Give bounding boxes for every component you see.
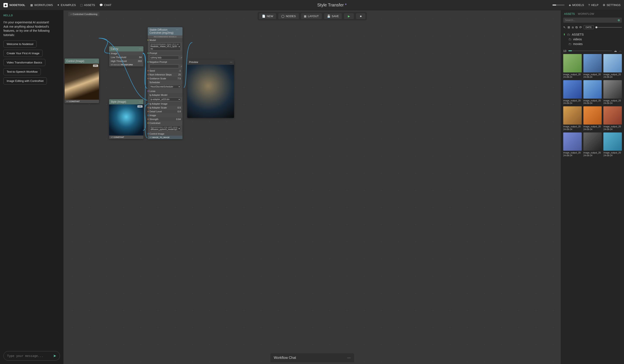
tutorial-list: Welcome to Nodetool Create Your First AI… — [3, 41, 60, 85]
nav-models[interactable]: ◈ MODELS — [569, 3, 584, 7]
tree-folder-movies[interactable]: 🗀 movies — [563, 42, 622, 46]
asset-tree: ⬆ 🗀 ASSETS 🗀 videos 🗀 movies — [561, 31, 624, 47]
chevron-up-icon[interactable]: ︿ — [619, 49, 622, 53]
node-menu-icon[interactable]: ⋯ — [95, 60, 97, 63]
tab-workflow[interactable]: WORKFLOW — [578, 12, 594, 15]
asset-item[interactable]: image_output_2024-09-24 — [583, 133, 602, 157]
field-ip-model-value[interactable]: ip-adapter_sd15.bin▾ — [148, 97, 182, 102]
stop-button[interactable]: ■ — [356, 13, 365, 19]
nav-chat[interactable]: 💬 CHAT — [100, 3, 111, 7]
save-icon: 💾 — [327, 15, 331, 18]
sort-button[interactable]: DATE — [584, 25, 594, 29]
minimize-icon[interactable]: — — [347, 356, 351, 360]
nav-assets[interactable]: ⬚ ASSETS — [80, 3, 95, 7]
asset-item[interactable]: image_output_2024-09-24 — [603, 80, 622, 105]
nav-settings[interactable]: ⚙ SETTINGS — [603, 3, 621, 7]
refresh-icon[interactable]: ⟳ — [579, 25, 582, 29]
node-image-preview: URL — [65, 64, 99, 100]
tutorial-video-transform[interactable]: Video Transformation Basics — [3, 59, 45, 66]
workflow-chat[interactable]: Workflow Chat — — [270, 353, 354, 362]
field-high-threshold[interactable]: High Threshold 203 — [109, 59, 143, 63]
tutorial-first-image[interactable]: Create Your First AI Image — [3, 50, 43, 57]
tree-root[interactable]: ⬆ 🗀 ASSETS — [563, 32, 622, 37]
shuffle-icon[interactable]: ⛰ — [614, 49, 617, 52]
upload-icon[interactable]: ⬆ — [563, 33, 565, 36]
asset-item[interactable]: image_output_2024-09-24 — [563, 106, 582, 131]
nav-examples[interactable]: ✦ EXAMPLES — [57, 3, 76, 7]
asset-item[interactable]: image_output_2024-09-24 — [583, 80, 602, 105]
asset-grid-wrap[interactable]: image_output_2024-09-24 image_output_202… — [561, 54, 624, 364]
nav-help[interactable]: ? HELP — [588, 3, 598, 7]
prompt-input[interactable] — [150, 56, 179, 59]
node-menu-icon[interactable]: ⋯ — [176, 28, 179, 31]
close-tab-icon[interactable]: × — [70, 13, 72, 15]
up-arrow-icon[interactable]: ↖ — [563, 25, 566, 29]
save-button[interactable]: 💾 SAVE — [324, 13, 342, 19]
asset-item[interactable]: image_output_2024-09-24 — [563, 80, 582, 105]
layout-button[interactable]: ▦ LAYOUT — [301, 13, 322, 19]
stop-icon: ■ — [360, 15, 362, 18]
tutorial-tts[interactable]: Text-to-Speech Workflow — [3, 68, 41, 75]
select-all-icon[interactable]: ⧈ — [572, 25, 574, 29]
sparkle-icon: ✦ — [57, 3, 59, 7]
assistant-panel: HELLO I'm your experimental AI assistant… — [0, 10, 64, 364]
send-button[interactable]: ➤ — [53, 354, 56, 358]
search-input[interactable] — [565, 19, 618, 22]
play-button[interactable]: ▶ — [344, 13, 354, 19]
nodes-button[interactable]: ◯ NODES — [278, 13, 299, 19]
field-model-label: Model — [148, 38, 182, 42]
field-detail[interactable]: Detail Level0.8 — [148, 110, 182, 114]
asset-item[interactable]: image_output_2024-09-24 — [563, 54, 582, 78]
canvas[interactable]: × Controlnet Conditioning 📄 NEW ◯ NODES … — [64, 10, 561, 364]
add-icon[interactable]: ⊞ — [568, 25, 570, 29]
field-prompt-input[interactable]: ⤢ — [148, 55, 182, 60]
tab-ribbon[interactable]: × Controlnet Conditioning — [68, 12, 100, 16]
asset-item[interactable]: image_output_2024-09-24 — [563, 133, 582, 157]
asset-item[interactable]: image_output_2024-09-24 — [603, 54, 622, 78]
brand[interactable]: ◆ NODETOOL — [3, 3, 25, 7]
node-sd-controlnet[interactable]: Stable Diffusion Controlnet (img2img) ⋯ … — [148, 27, 182, 139]
chevron-down-icon: ▾ — [179, 98, 180, 101]
field-ip-scale[interactable]: Ip Adapter Scale0.5 — [148, 106, 182, 110]
field-loras: Loras — [148, 89, 182, 93]
asset-item[interactable]: image_output_2024-09-24 — [583, 54, 602, 78]
chat-input[interactable] — [7, 354, 51, 358]
node-style-image[interactable]: Style (Image) ⋯ URL NT.CONSTANT — [109, 99, 143, 139]
field-low-threshold[interactable]: Low Threshold 84 — [109, 55, 143, 59]
field-neg-prompt-input[interactable]: ⤢ — [148, 64, 182, 69]
asset-count: 13 — [563, 49, 566, 52]
node-footer: NT.CONSTANT — [65, 100, 99, 103]
deselect-icon[interactable]: ⧉ — [575, 25, 578, 29]
node-menu-icon[interactable]: ⋯ — [139, 47, 142, 50]
expand-icon[interactable]: ⤢ — [180, 65, 182, 68]
field-scheduler-value[interactable]: HeunDiscreteScheduler▾ — [148, 84, 182, 89]
tab-assets[interactable]: ASSETS — [564, 12, 575, 15]
node-canny[interactable]: Canny ⋯ Image Low Threshold 84 High Thre… — [109, 46, 143, 67]
thumb-size-slider[interactable] — [596, 27, 622, 28]
field-controlnet-value[interactable]: lllyasviel/control_v11p_sd15_canny diffu… — [148, 125, 182, 132]
node-control-image[interactable]: Control (Image) ⋯ URL NT.CONSTANT — [65, 59, 99, 103]
node-menu-icon[interactable]: ⋯ — [139, 100, 142, 103]
tutorial-welcome[interactable]: Welcome to Nodetool — [3, 41, 36, 47]
tree-folder-videos[interactable]: 🗀 videos — [563, 37, 622, 42]
asset-item[interactable]: image_output_2024-09-24 — [603, 133, 622, 157]
cube-icon: ⬚ — [80, 3, 83, 7]
clear-search-icon[interactable]: ⊗ — [618, 19, 620, 22]
field-seed[interactable]: Seed-1 — [148, 69, 182, 73]
field-steps[interactable]: Num Inference Steps25 — [148, 73, 182, 76]
recommended-models-label[interactable]: RECOMMENDED MODELS — [148, 35, 182, 38]
tutorial-controlnet[interactable]: Image Editing with ControlNet — [3, 77, 47, 85]
workflow-chat-title: Workflow Chat — [274, 356, 296, 360]
field-model-value[interactable]: SG161222/Realistic_Vision_V5.1_noVAE Rea… — [148, 42, 182, 51]
node-title-l1: Stable Diffusion — [150, 28, 174, 31]
node-menu-icon[interactable]: ⋯ — [230, 61, 232, 64]
nav-workflows[interactable]: ▦ WORKFLOWS — [30, 3, 53, 7]
node-preview[interactable]: Preview ⋯ — [187, 60, 234, 118]
field-strength[interactable]: Strength0.64 — [148, 117, 182, 121]
new-button[interactable]: 📄 NEW — [259, 13, 276, 19]
neg-prompt-input[interactable] — [150, 65, 179, 68]
asset-item[interactable]: image_output_2024-09-24 — [603, 106, 622, 131]
expand-icon[interactable]: ⤢ — [180, 56, 182, 59]
field-guidance[interactable]: Guidance Scale7.5 — [148, 76, 182, 80]
asset-item[interactable]: image_output_2024-09-24 — [583, 106, 602, 131]
